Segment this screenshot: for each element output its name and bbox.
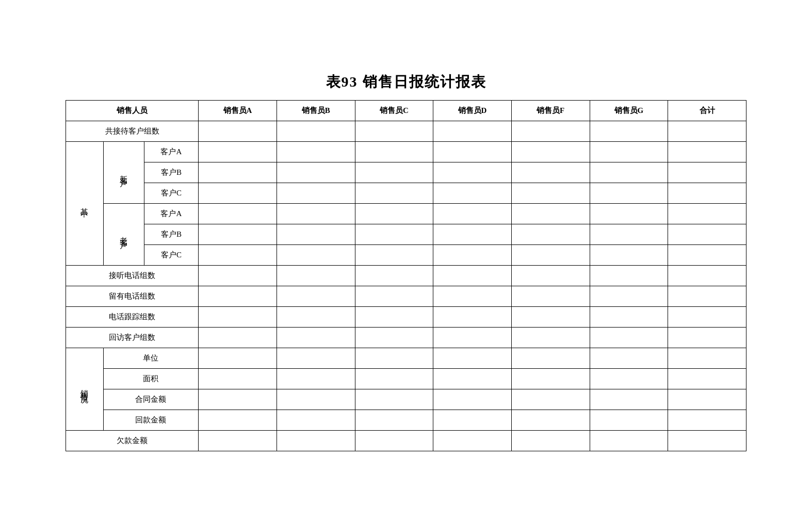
repayment-b bbox=[277, 410, 355, 430]
phone-left-row: 留有电话组数 bbox=[66, 286, 746, 306]
revisit-g bbox=[590, 327, 668, 348]
new-b-seller-g bbox=[590, 162, 668, 183]
area-total bbox=[668, 368, 746, 389]
phone-answered-g bbox=[590, 265, 668, 286]
debt-b bbox=[277, 430, 355, 451]
phone-followup-c bbox=[355, 306, 433, 327]
phone-followup-a bbox=[199, 306, 277, 327]
unit-f bbox=[511, 348, 590, 368]
old-b-seller-d bbox=[433, 224, 512, 244]
phone-followup-row: 电话跟踪组数 bbox=[66, 306, 746, 327]
new-b-seller-b bbox=[277, 162, 355, 183]
new-customer-c-label: 客户C bbox=[144, 183, 199, 203]
old-customer-label: 老客户 bbox=[103, 203, 144, 265]
new-customer-a-label: 客户A bbox=[144, 141, 199, 162]
phone-followup-total bbox=[668, 306, 746, 327]
new-customer-b-label: 客户B bbox=[144, 162, 199, 183]
new-a-total bbox=[668, 141, 746, 162]
phone-followup-b bbox=[277, 306, 355, 327]
old-c-seller-g bbox=[590, 244, 668, 265]
old-c-seller-c bbox=[355, 244, 433, 265]
revisit-a bbox=[199, 327, 277, 348]
new-b-seller-f bbox=[511, 162, 590, 183]
old-b-seller-f bbox=[511, 224, 590, 244]
debt-row: 欠款金额 bbox=[66, 430, 746, 451]
phone-left-total bbox=[668, 286, 746, 306]
old-c-seller-b bbox=[277, 244, 355, 265]
new-a-seller-f bbox=[511, 141, 590, 162]
phone-answered-total bbox=[668, 265, 746, 286]
new-b-seller-d bbox=[433, 162, 512, 183]
unit-d bbox=[433, 348, 512, 368]
old-b-seller-c bbox=[355, 224, 433, 244]
new-a-seller-d bbox=[433, 141, 512, 162]
old-c-seller-a bbox=[199, 244, 277, 265]
salesperson-header: 销售人员 bbox=[66, 100, 199, 121]
header-row: 销售人员 销售员A 销售员B 销售员C 销售员D 销售员F 销售员G 合计 bbox=[66, 100, 746, 121]
area-label: 面积 bbox=[103, 368, 199, 389]
phone-answered-row: 接听电话组数 bbox=[66, 265, 746, 286]
contract-c bbox=[355, 389, 433, 410]
new-a-seller-b bbox=[277, 141, 355, 162]
revisit-total bbox=[668, 327, 746, 348]
phone-followup-label: 电话跟踪组数 bbox=[66, 306, 199, 327]
new-c-seller-a bbox=[199, 183, 277, 203]
revisit-label: 回访客户组数 bbox=[66, 327, 199, 348]
new-customer-a-row: 其中 新客户 客户A bbox=[66, 141, 746, 162]
area-d bbox=[433, 368, 512, 389]
old-a-seller-c bbox=[355, 203, 433, 224]
old-customer-a-label: 客户A bbox=[144, 203, 199, 224]
new-c-seller-c bbox=[355, 183, 433, 203]
revisit-b bbox=[277, 327, 355, 348]
page-title: 表93 销售日报统计报表 bbox=[66, 72, 746, 92]
phone-followup-g bbox=[590, 306, 668, 327]
contract-g bbox=[590, 389, 668, 410]
old-a-seller-a bbox=[199, 203, 277, 224]
phone-left-d bbox=[433, 286, 512, 306]
revisit-row: 回访客户组数 bbox=[66, 327, 746, 348]
new-b-seller-c bbox=[355, 162, 433, 183]
seller-g-header: 销售员G bbox=[590, 100, 668, 121]
old-b-seller-g bbox=[590, 224, 668, 244]
phone-answered-label: 接听电话组数 bbox=[66, 265, 199, 286]
revisit-c bbox=[355, 327, 433, 348]
old-c-total bbox=[668, 244, 746, 265]
phone-answered-b bbox=[277, 265, 355, 286]
area-b bbox=[277, 368, 355, 389]
total-customers-a bbox=[199, 121, 277, 141]
phone-left-a bbox=[199, 286, 277, 306]
qizhong-label: 其中 bbox=[66, 141, 104, 265]
old-customer-c-row: 客户C bbox=[66, 244, 746, 265]
phone-answered-f bbox=[511, 265, 590, 286]
debt-label: 欠款金额 bbox=[66, 430, 199, 451]
new-customer-b-row: 客户B bbox=[66, 162, 746, 183]
contract-label: 合同金额 bbox=[103, 389, 199, 410]
new-c-total bbox=[668, 183, 746, 203]
seller-f-header: 销售员F bbox=[511, 100, 590, 121]
new-c-seller-g bbox=[590, 183, 668, 203]
sales-repayment-row: 回款金额 bbox=[66, 410, 746, 430]
unit-c bbox=[355, 348, 433, 368]
total-customers-b bbox=[277, 121, 355, 141]
old-b-seller-a bbox=[199, 224, 277, 244]
repayment-label: 回款金额 bbox=[103, 410, 199, 430]
repayment-total bbox=[668, 410, 746, 430]
area-c bbox=[355, 368, 433, 389]
new-c-seller-b bbox=[277, 183, 355, 203]
old-a-total bbox=[668, 203, 746, 224]
total-customers-d bbox=[433, 121, 512, 141]
sales-unit-row: 销售情况 单位 bbox=[66, 348, 746, 368]
old-c-seller-d bbox=[433, 244, 512, 265]
unit-b bbox=[277, 348, 355, 368]
old-customer-b-label: 客户B bbox=[144, 224, 199, 244]
repayment-f bbox=[511, 410, 590, 430]
old-a-seller-d bbox=[433, 203, 512, 224]
unit-label: 单位 bbox=[103, 348, 199, 368]
total-customers-c bbox=[355, 121, 433, 141]
unit-a bbox=[199, 348, 277, 368]
phone-left-b bbox=[277, 286, 355, 306]
seller-d-header: 销售员D bbox=[433, 100, 512, 121]
repayment-g bbox=[590, 410, 668, 430]
sales-area-row: 面积 bbox=[66, 368, 746, 389]
area-a bbox=[199, 368, 277, 389]
